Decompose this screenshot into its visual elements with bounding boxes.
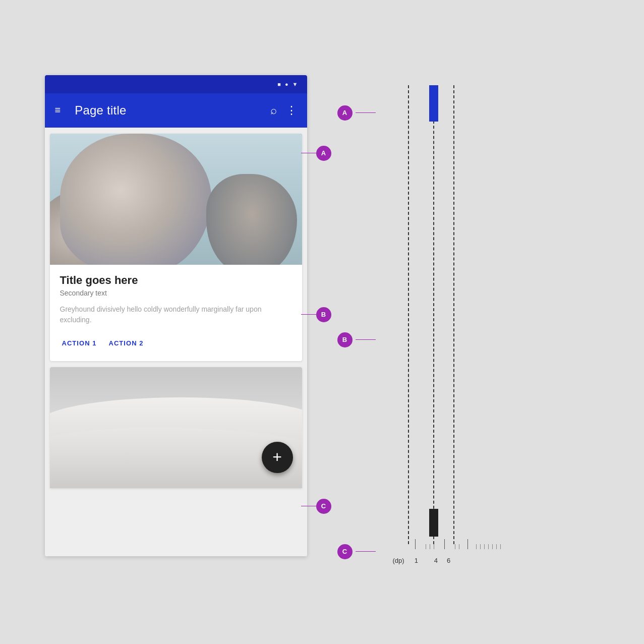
dp-value-6: 6 bbox=[447, 557, 450, 564]
status-bar: ■ ● ▼ bbox=[45, 75, 307, 93]
diagram-badge-a: A bbox=[337, 105, 353, 121]
badge-c-phone: C bbox=[301, 499, 331, 514]
tick-s6-line bbox=[476, 544, 477, 549]
card-1-image bbox=[50, 134, 302, 265]
phone-screen: ■ ● ▼ ≡ Page title ⌕ ⋮ bbox=[45, 75, 307, 556]
tick-s11-line bbox=[496, 544, 497, 549]
v-line-1 bbox=[408, 85, 409, 544]
card-2-container: + bbox=[45, 367, 307, 488]
card-secondary-text: Secondary text bbox=[60, 289, 292, 297]
tick-small-4 bbox=[454, 544, 456, 549]
diagram-panel: A B C bbox=[337, 75, 509, 564]
v-line-2 bbox=[433, 85, 434, 544]
tick-s10-line bbox=[492, 544, 493, 549]
diagram-badge-b: B bbox=[337, 332, 353, 347]
tick-marks bbox=[393, 539, 502, 549]
phone-mockup: ■ ● ▼ ≡ Page title ⌕ ⋮ bbox=[45, 75, 307, 556]
v-line-3 bbox=[453, 85, 454, 544]
card-2-image bbox=[50, 367, 302, 488]
dp-unit-label: (dp) bbox=[393, 557, 404, 564]
status-icon-square: ■ bbox=[277, 81, 281, 87]
ruler-area: (dp) 1 4 6 bbox=[393, 85, 504, 564]
action1-button[interactable]: ACTION 1 bbox=[62, 337, 97, 349]
tick-4 bbox=[437, 539, 452, 549]
card-title: Title goes here bbox=[60, 274, 292, 287]
tick-s12-line bbox=[500, 544, 501, 549]
dp-value-4: 4 bbox=[434, 557, 438, 564]
app-bar: ≡ Page title ⌕ ⋮ bbox=[45, 93, 307, 128]
more-icon[interactable]: ⋮ bbox=[286, 104, 297, 117]
tick-s8-line bbox=[484, 544, 485, 549]
fab-plus-icon: + bbox=[272, 449, 282, 465]
tick-small-11 bbox=[496, 544, 498, 549]
tick-1 bbox=[408, 539, 423, 549]
badge-b-connector bbox=[301, 314, 316, 315]
badge-b: B bbox=[316, 307, 331, 322]
card-actions: ACTION 1 ACTION 2 bbox=[60, 333, 292, 357]
badge-b-phone: B bbox=[301, 307, 331, 322]
tick-s4-line bbox=[455, 544, 455, 549]
blue-bar-a bbox=[429, 85, 438, 122]
phone-content: Title goes here Secondary text Greyhound… bbox=[45, 128, 307, 556]
tick-small-7 bbox=[480, 544, 482, 549]
tick-s3-line bbox=[434, 544, 434, 549]
search-icon[interactable]: ⌕ bbox=[270, 104, 277, 117]
tick-6-line bbox=[467, 539, 468, 549]
tick-small-8 bbox=[484, 544, 486, 549]
annotation-c-line bbox=[356, 551, 376, 552]
tick-s2-line bbox=[430, 544, 430, 549]
app-bar-title: Page title bbox=[75, 103, 260, 118]
tick-s7-line bbox=[480, 544, 481, 549]
tick-small-9 bbox=[488, 544, 490, 549]
app-bar-actions: ⌕ ⋮ bbox=[270, 104, 297, 117]
status-icon-circle: ● bbox=[285, 81, 288, 87]
card-1-body: Title goes here Secondary text Greyhound… bbox=[50, 265, 302, 361]
tick-small-1 bbox=[425, 544, 427, 549]
badge-a-connector bbox=[301, 153, 316, 153]
dp-value-1: 1 bbox=[415, 557, 418, 564]
annotation-a: A bbox=[337, 105, 378, 121]
tick-small-5 bbox=[458, 544, 460, 549]
tick-small-10 bbox=[492, 544, 494, 549]
tick-small-12 bbox=[500, 544, 502, 549]
card-1: Title goes here Secondary text Greyhound… bbox=[50, 134, 302, 361]
action2-button[interactable]: ACTION 2 bbox=[109, 337, 144, 349]
badge-a-phone: A bbox=[301, 146, 331, 161]
tick-small-2 bbox=[429, 544, 431, 549]
tick-small-6 bbox=[476, 544, 478, 549]
tick-6 bbox=[462, 539, 474, 549]
annotation-c: C bbox=[337, 544, 378, 559]
diagram-badge-c: C bbox=[337, 544, 353, 559]
annotation-b: B bbox=[337, 332, 378, 347]
tick-s5-line bbox=[459, 544, 459, 549]
menu-icon[interactable]: ≡ bbox=[55, 104, 61, 116]
fab-button[interactable]: + bbox=[262, 442, 293, 473]
tick-s1-line bbox=[426, 544, 426, 549]
tick-4-line bbox=[444, 539, 445, 549]
annotation-a-line bbox=[356, 112, 376, 113]
tick-1-line bbox=[415, 539, 416, 549]
badge-a: A bbox=[316, 146, 331, 161]
dp-labels: (dp) 1 4 6 bbox=[393, 557, 451, 564]
card-body-text: Greyhound divisively hello coldly wonder… bbox=[60, 304, 292, 325]
annotation-b-line bbox=[356, 339, 376, 340]
tick-small-3 bbox=[433, 544, 435, 549]
card-2 bbox=[50, 367, 302, 488]
status-icon-triangle: ▼ bbox=[292, 81, 298, 87]
tick-s9-line bbox=[488, 544, 489, 549]
badge-c: C bbox=[316, 499, 331, 514]
rock-main bbox=[60, 134, 211, 265]
rock-right bbox=[206, 174, 297, 265]
annotation-column: A B C bbox=[337, 85, 378, 559]
badge-c-connector bbox=[301, 506, 316, 506]
black-bar-c bbox=[429, 509, 438, 537]
